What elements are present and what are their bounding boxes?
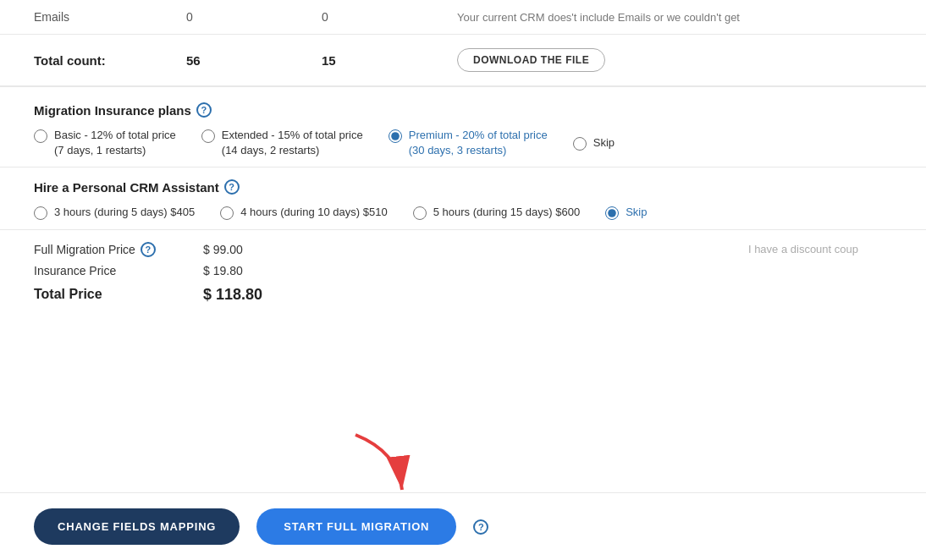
discount-link[interactable]: I have a discount coup	[748, 243, 858, 255]
assistant-option-3h[interactable]: 3 hours (during 5 days) $405	[34, 205, 195, 220]
insurance-radio-premium[interactable]	[389, 129, 402, 143]
assistant-label-4h: 4 hours (during 10 days) $510	[240, 205, 387, 220]
total-row: Total count: 56 15 DOWNLOAD THE FILE	[0, 35, 926, 87]
full-migration-value: $ 99.00	[203, 243, 243, 256]
assistant-radio-3h[interactable]	[34, 206, 47, 220]
emails-row: Emails 0 0 Your current CRM does't inclu…	[0, 0, 926, 35]
insurance-option-extended[interactable]: Extended - 15% of total price(14 days, 2…	[201, 128, 363, 158]
assistant-help-icon[interactable]: ?	[224, 179, 240, 195]
total-count1: 56	[186, 53, 322, 68]
assistant-option-4h[interactable]: 4 hours (during 10 days) $510	[220, 205, 387, 220]
insurance-options: Basic - 12% of total price(7 days, 1 res…	[34, 128, 892, 158]
emails-label: Emails	[34, 10, 186, 24]
full-migration-help-icon[interactable]: ?	[141, 242, 156, 257]
total-price-value: $ 118.80	[203, 286, 262, 304]
insurance-price-row: Insurance Price $ 19.80	[34, 264, 892, 277]
insurance-title: Migration Insurance plans ?	[34, 102, 892, 118]
insurance-option-basic[interactable]: Basic - 12% of total price(7 days, 1 res…	[34, 128, 176, 158]
insurance-help-icon[interactable]: ?	[196, 102, 212, 118]
insurance-price-label: Insurance Price	[34, 264, 203, 277]
emails-count2: 0	[322, 10, 457, 24]
full-migration-row: Full Migration Price ? $ 99.00 I have a …	[34, 242, 892, 257]
assistant-radio-4h[interactable]	[220, 206, 234, 220]
insurance-label-basic: Basic - 12% of total price(7 days, 1 res…	[54, 128, 176, 158]
assistant-option-skip[interactable]: Skip	[605, 205, 647, 220]
insurance-price-value: $ 19.80	[203, 264, 243, 277]
price-section: Full Migration Price ? $ 99.00 I have a …	[0, 229, 926, 312]
insurance-radio-skip[interactable]	[573, 137, 587, 151]
insurance-option-skip[interactable]: Skip	[573, 135, 615, 151]
change-fields-button[interactable]: CHANGE FIELDS MAPPING	[34, 508, 240, 545]
insurance-label-skip: Skip	[593, 135, 615, 151]
download-file-button[interactable]: DOWNLOAD THE FILE	[457, 48, 605, 72]
total-count2: 15	[322, 53, 457, 68]
insurance-radio-extended[interactable]	[201, 129, 215, 143]
insurance-section: Migration Insurance plans ? Basic - 12% …	[0, 87, 926, 167]
assistant-label-skip: Skip	[626, 205, 647, 220]
insurance-option-premium[interactable]: Premium - 20% of total price(30 days, 3 …	[389, 128, 548, 158]
emails-note: Your current CRM does't include Emails o…	[457, 11, 892, 24]
total-label: Total count:	[34, 53, 186, 68]
assistant-options: 3 hours (during 5 days) $405 4 hours (du…	[34, 205, 892, 220]
start-migration-button[interactable]: START FULL MIGRATION	[256, 508, 456, 545]
assistant-radio-5h[interactable]	[413, 206, 427, 220]
insurance-label-premium: Premium - 20% of total price(30 days, 3 …	[409, 128, 548, 158]
total-price-label: Total Price	[34, 287, 203, 302]
insurance-radio-basic[interactable]	[34, 129, 47, 143]
insurance-label-extended: Extended - 15% of total price(14 days, 2…	[222, 128, 363, 158]
full-migration-label: Full Migration Price ?	[34, 242, 203, 257]
total-price-row: Total Price $ 118.80	[34, 286, 892, 304]
assistant-radio-skip[interactable]	[605, 206, 619, 220]
page-wrapper: Emails 0 0 Your current CRM does't inclu…	[0, 0, 926, 560]
assistant-title: Hire a Personal CRM Assistant ?	[34, 179, 892, 195]
start-migration-help-icon[interactable]: ?	[473, 519, 488, 535]
bottom-buttons: CHANGE FIELDS MAPPING START FULL MIGRATI…	[0, 492, 926, 560]
emails-count1: 0	[186, 10, 322, 24]
assistant-section: Hire a Personal CRM Assistant ? 3 hours …	[0, 167, 926, 228]
assistant-label-5h: 5 hours (during 15 days) $600	[433, 205, 580, 220]
assistant-label-3h: 3 hours (during 5 days) $405	[54, 205, 195, 220]
assistant-option-5h[interactable]: 5 hours (during 15 days) $600	[413, 205, 580, 220]
